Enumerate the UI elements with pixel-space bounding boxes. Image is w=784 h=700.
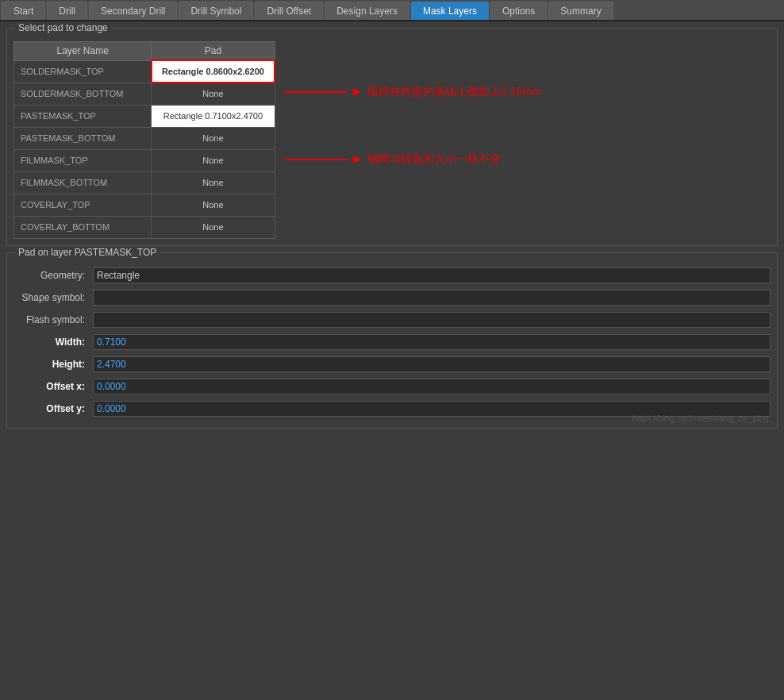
- watermark: https://blog.csdn.net/wang_ze_ping: [632, 413, 769, 423]
- field-input[interactable]: [93, 312, 771, 328]
- field-label: Width:: [13, 337, 93, 348]
- annotation-area: 阻焊在焊盘的基础上都加上0.15mm钢网与焊盘的大小一样不变: [283, 57, 763, 231]
- annotation-text: 钢网与焊盘的大小一样不变: [367, 152, 501, 167]
- tab-drill-offset[interactable]: Drill Offset: [255, 2, 323, 20]
- form-row-1: Shape symbol:: [13, 288, 771, 307]
- tab-drill-symbol[interactable]: Drill Symbol: [179, 2, 253, 20]
- form-row-5: Offset x:: [13, 377, 771, 396]
- field-label: Shape symbol:: [13, 292, 93, 303]
- pad-details-section: Pad on layer PASTEMASK_TOP Geometry:Shap…: [6, 252, 778, 429]
- annotation-text: 阻焊在焊盘的基础上都加上0.15mm: [367, 85, 541, 99]
- pad-value-cell[interactable]: None: [152, 194, 275, 216]
- arrow-head-icon: [353, 88, 361, 96]
- layer-name-cell: FILMMASK_TOP: [14, 149, 152, 171]
- table-row[interactable]: FILMMASK_BOTTOMNone: [14, 171, 275, 194]
- field-label: Offset x:: [13, 381, 93, 392]
- select-pad-label: Select pad to change: [15, 22, 111, 33]
- table-row[interactable]: SOLDERMASK_BOTTOMNone: [14, 83, 275, 105]
- layer-name-cell: SOLDERMASK_TOP: [14, 60, 152, 83]
- field-label: Geometry:: [13, 270, 93, 281]
- select-pad-section: Select pad to change Layer Name Pad SOLD…: [6, 28, 778, 246]
- pad-value-cell[interactable]: Rectangle 0.8600x2.6200: [152, 60, 275, 83]
- arrow-head-icon: [353, 156, 361, 163]
- tab-drill[interactable]: Drill: [47, 2, 87, 20]
- pad-value-cell[interactable]: None: [152, 149, 275, 171]
- layer-name-cell: PASTEMASK_BOTTOM: [14, 127, 152, 149]
- arrow-shaft-icon: [283, 159, 347, 160]
- table-row[interactable]: SOLDERMASK_TOPRectangle 0.8600x2.6200: [14, 60, 275, 83]
- layer-name-cell: SOLDERMASK_BOTTOM: [14, 83, 152, 105]
- tab-start[interactable]: Start: [2, 2, 45, 20]
- pad-value-cell[interactable]: None: [152, 127, 275, 149]
- field-label: Height:: [13, 359, 93, 370]
- field-input[interactable]: [93, 267, 771, 283]
- field-label: Flash symbol:: [13, 314, 93, 325]
- table-row[interactable]: PASTEMASK_TOPRectangle 0.7100x2.4700: [14, 105, 275, 127]
- table-row[interactable]: COVERLAY_BOTTOMNone: [14, 216, 275, 238]
- arrow-shaft-icon: [283, 91, 347, 93]
- field-input[interactable]: [93, 334, 771, 350]
- pad-table: Layer Name Pad SOLDERMASK_TOPRectangle 0…: [13, 41, 275, 239]
- layer-name-cell: COVERLAY_BOTTOM: [14, 216, 152, 238]
- field-label: Offset y:: [13, 403, 93, 414]
- form-row-3: Width:: [13, 333, 771, 352]
- form-row-0: Geometry:: [13, 266, 771, 285]
- layer-name-cell: COVERLAY_TOP: [14, 194, 152, 216]
- col-pad: Pad: [152, 42, 275, 61]
- pad-value-cell[interactable]: None: [152, 216, 275, 238]
- form-row-4: Height:: [13, 355, 771, 374]
- col-layer-name: Layer Name: [14, 42, 152, 61]
- table-row[interactable]: PASTEMASK_BOTTOMNone: [14, 127, 275, 149]
- tab-summary[interactable]: Summary: [548, 2, 613, 20]
- field-input[interactable]: [93, 379, 771, 394]
- tab-design-layers[interactable]: Design Layers: [325, 2, 409, 20]
- pad-value-cell[interactable]: None: [152, 83, 275, 105]
- tab-options[interactable]: Options: [490, 2, 547, 20]
- annotation-row-0: 阻焊在焊盘的基础上都加上0.15mm: [283, 85, 541, 99]
- table-row[interactable]: FILMMASK_TOPNone: [14, 149, 275, 171]
- tab-mask-layers[interactable]: Mask Layers: [411, 2, 489, 20]
- pad-value-cell[interactable]: None: [152, 171, 275, 194]
- annotation-row-1: 钢网与焊盘的大小一样不变: [283, 152, 501, 167]
- table-row[interactable]: COVERLAY_TOPNone: [14, 194, 275, 216]
- form-row-2: Flash symbol:: [13, 310, 771, 329]
- layer-name-cell: FILMMASK_BOTTOM: [14, 171, 152, 194]
- table-wrapper: Layer Name Pad SOLDERMASK_TOPRectangle 0…: [13, 41, 771, 239]
- field-input[interactable]: [93, 356, 771, 372]
- tab-bar: StartDrillSecondary DrillDrill SymbolDri…: [0, 0, 784, 21]
- tab-secondary-drill[interactable]: Secondary Drill: [89, 2, 177, 20]
- pad-details-label: Pad on layer PASTEMASK_TOP: [15, 247, 159, 258]
- layer-name-cell: PASTEMASK_TOP: [14, 105, 152, 127]
- pad-value-cell[interactable]: Rectangle 0.7100x2.4700: [152, 105, 275, 127]
- field-input[interactable]: [93, 290, 771, 306]
